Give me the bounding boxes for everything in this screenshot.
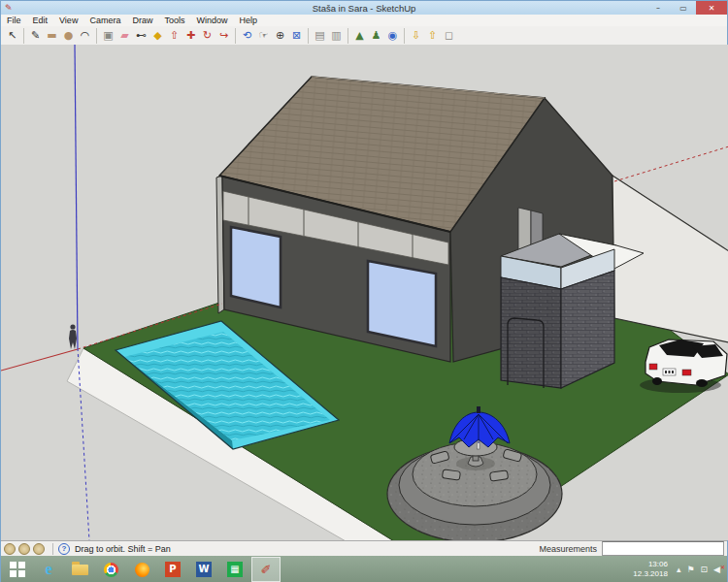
windows-taskbar: e P W [1, 556, 727, 582]
orbit-tool-icon[interactable]: ⟲ [239, 28, 255, 44]
white-car[interactable] [640, 340, 727, 393]
eraser-tool-icon[interactable]: ▰ [116, 28, 133, 44]
arc-tool-icon[interactable]: ◠ [77, 28, 97, 44]
menu-view[interactable]: View [53, 16, 83, 25]
next-view-icon[interactable]: ▥ [328, 28, 348, 44]
taskbar-file-explorer[interactable] [65, 557, 94, 582]
circle-tool-icon[interactable]: ● [60, 28, 77, 44]
get-models-icon[interactable]: ⇩ [408, 28, 424, 44]
taskbar-firefox[interactable] [127, 557, 156, 582]
car-taillight-left [649, 364, 657, 370]
statusbar-hint: Drag to orbit. Shift = Pan [75, 544, 171, 554]
make-component-icon[interactable]: ▣ [100, 28, 116, 44]
taskbar-internet-explorer[interactable]: e [34, 557, 63, 582]
measurements-input[interactable] [602, 541, 724, 556]
front-window-right[interactable] [368, 261, 436, 346]
tape-measure-icon[interactable]: ⊷ [133, 28, 149, 44]
paint-bucket-icon[interactable]: ◆ [149, 28, 166, 44]
restore-button[interactable]: ▭ [671, 1, 696, 15]
move-tool-icon[interactable]: ✚ [182, 28, 199, 44]
menu-file[interactable]: File [1, 16, 27, 25]
sign-in-icon[interactable] [33, 543, 45, 555]
measurements-label: Measurements [539, 544, 597, 554]
menu-help[interactable]: Help [233, 16, 263, 25]
geo-location-icon[interactable] [4, 543, 16, 555]
previous-view-icon[interactable]: ▤ [312, 28, 328, 44]
taskbar-start-button[interactable] [3, 557, 32, 582]
tray-action-center-flag[interactable]: ⚑ [686, 565, 694, 574]
status-bar: ? Drag to orbit. Shift = Pan Measurement… [1, 540, 727, 556]
taskbar-clock[interactable]: 13:06 12.3.2018 [633, 560, 668, 579]
line-tool-icon[interactable]: ✎ [27, 28, 44, 44]
minimize-button[interactable]: – [645, 1, 671, 15]
google-earth-icon[interactable]: ◉ [384, 28, 405, 44]
tray-time: 13:06 [633, 560, 668, 569]
car-taillight-right [682, 370, 691, 375]
rectangle-tool-icon[interactable]: ▬ [44, 28, 60, 44]
title-bar[interactable]: ✎ Staša in Sara - SketchUp – ▭ ✕ [1, 1, 727, 15]
tray-hidden-icons-chevron[interactable]: ▴ [677, 565, 681, 574]
select-tool-icon[interactable]: ↖ [4, 28, 24, 44]
sketchup-logo-icon: ✎ [5, 3, 13, 13]
menu-window[interactable]: Window [190, 16, 233, 25]
taskbar-word[interactable]: W [189, 557, 218, 582]
add-location-icon[interactable]: ▲ [351, 28, 368, 44]
drawing-canvas[interactable] [1, 45, 728, 540]
toolbar: ↖✎▬●◠▣▰⊷◆⇧✚↻↪⟲☞⊕⊠▤▥▲♟◉⇩⇧◻ [1, 26, 727, 46]
credits-icon[interactable] [18, 543, 30, 555]
tray-network-icon[interactable]: ⊡ [701, 565, 709, 574]
share-model-icon[interactable]: ⇧ [424, 28, 441, 44]
zoom-extents-icon[interactable]: ⊠ [288, 28, 309, 44]
menu-tools[interactable]: Tools [158, 16, 190, 25]
menu-camera[interactable]: Camera [83, 16, 126, 25]
menu-draw[interactable]: Draw [126, 16, 158, 25]
zoom-tool-icon[interactable]: ⊕ [272, 28, 288, 44]
menu-edit[interactable]: Edit [27, 16, 54, 25]
scene[interactable] [1, 45, 728, 540]
sketchup-window: ✎ Staša in Sara - SketchUp – ▭ ✕ FileEdi… [0, 0, 728, 582]
pan-tool-icon[interactable]: ☞ [255, 28, 272, 44]
taskbar-sketchup-active[interactable]: ✐ [251, 557, 281, 582]
close-button[interactable]: ✕ [696, 1, 727, 15]
taskbar-store[interactable]: ▦ [220, 557, 249, 582]
tray-date: 12.3.2018 [633, 569, 668, 579]
statusbar-separator [52, 543, 53, 555]
warehouse-icon[interactable]: ◻ [441, 28, 457, 44]
taskbar-powerpoint[interactable]: P [158, 557, 187, 582]
taskbar-chrome[interactable] [96, 557, 125, 582]
rotate-tool-icon[interactable]: ↻ [199, 28, 215, 44]
front-window-left[interactable] [231, 227, 281, 307]
offset-tool-icon[interactable]: ↪ [215, 28, 236, 44]
tray-volume-muted-icon[interactable]: ◀ [713, 565, 720, 574]
toggle-terrain-icon[interactable]: ♟ [368, 28, 384, 44]
window-title: Staša in Sara - SketchUp [1, 3, 727, 14]
help-icon[interactable]: ? [58, 543, 70, 555]
push-pull-icon[interactable]: ⇧ [166, 28, 182, 44]
